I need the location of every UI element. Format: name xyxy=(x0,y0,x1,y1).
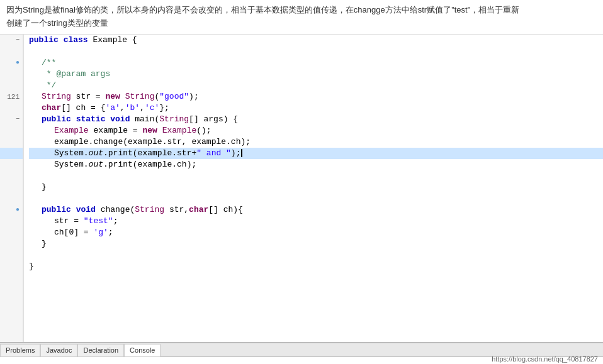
gutter-row-blank5 xyxy=(0,159,23,170)
description-area: 因为String是被final修饰的类，所以本身的内容是不会改变的，相当于基本数… xyxy=(0,0,603,35)
gutter-comment-mid xyxy=(0,69,23,80)
url-bar: https://blog.csdn.net/qq_40817827 xyxy=(487,354,603,364)
gutter-row-blank10 xyxy=(0,227,23,238)
code-line-ch-assign: ch[0] = 'g'; xyxy=(29,227,603,238)
description-line2: 创建了一个string类型的变量 xyxy=(6,17,597,30)
gutter-comment-start: ● xyxy=(0,57,23,69)
tab-javadoc[interactable]: Javadoc xyxy=(40,344,77,356)
code-line-close-change: } xyxy=(29,238,603,250)
gutter-row-blank12 xyxy=(0,250,23,261)
gutter-row-blank13 xyxy=(0,261,23,272)
gutter-change-collapse: ● xyxy=(0,204,23,216)
code-line-change-call: example.change(example.str, example.ch); xyxy=(29,136,603,148)
code-line-1: public class Example { xyxy=(29,35,603,46)
code-line-blank4 xyxy=(29,250,603,261)
tab-problems[interactable]: Problems xyxy=(0,344,40,356)
gutter-highlighted-row xyxy=(0,148,23,159)
gutter-row-blank3 xyxy=(0,125,23,136)
code-line-jdoc2: * @param args xyxy=(29,69,603,80)
code-line-jdoc1: /** xyxy=(29,57,603,69)
code-area: − ● 121 − ● xyxy=(0,35,603,342)
code-line-blank1 xyxy=(29,46,603,57)
code-line-close-class: } xyxy=(29,261,603,272)
code-line-main: public static void main(String[] args) { xyxy=(29,114,603,125)
code-line-str: String str = new String("good"); xyxy=(29,91,603,102)
gutter-row-blank11 xyxy=(0,238,23,250)
description-line1: 因为String是被final修饰的类，所以本身的内容是不会改变的，相当于基本数… xyxy=(6,4,597,17)
code-editor[interactable]: public class Example { /** * @param args… xyxy=(24,35,603,342)
code-line-blank3 xyxy=(29,193,603,204)
gutter-row-blank8 xyxy=(0,193,23,204)
gutter-comment-end xyxy=(0,80,23,91)
code-line-blank2 xyxy=(29,170,603,182)
code-line-new-example: Example example = new Example(); xyxy=(29,125,603,136)
gutter-row-blank2 xyxy=(0,102,23,114)
gutter-row-blank9 xyxy=(0,216,23,227)
tab-console[interactable]: Console xyxy=(124,344,161,356)
line-number-gutter: − ● 121 − ● xyxy=(0,35,24,342)
code-line-str-assign: str = "test"; xyxy=(29,216,603,227)
code-line-char: char[] ch = {'a','b','c'}; xyxy=(29,102,603,114)
code-line-print-str: System.out.print(example.str+" and "); xyxy=(29,148,603,159)
gutter-row-blank6 xyxy=(0,170,23,182)
gutter-row-blank7 xyxy=(0,182,23,193)
gutter-row-blank1 xyxy=(0,46,23,57)
tab-declaration[interactable]: Declaration xyxy=(77,344,124,356)
gutter-collapse-row: − xyxy=(0,35,23,46)
gutter-main-collapse: − xyxy=(0,114,23,125)
code-line-change-method: public void change(String str,char[] ch)… xyxy=(29,204,603,216)
gutter-row-blank4 xyxy=(0,136,23,148)
code-line-print-ch: System.out.print(example.ch); xyxy=(29,159,603,170)
code-line-jdoc3: */ xyxy=(29,80,603,91)
code-line-close-main: } xyxy=(29,182,603,193)
editor-container: − ● 121 − ● xyxy=(0,35,603,342)
gutter-line-121: 121 xyxy=(0,91,23,102)
